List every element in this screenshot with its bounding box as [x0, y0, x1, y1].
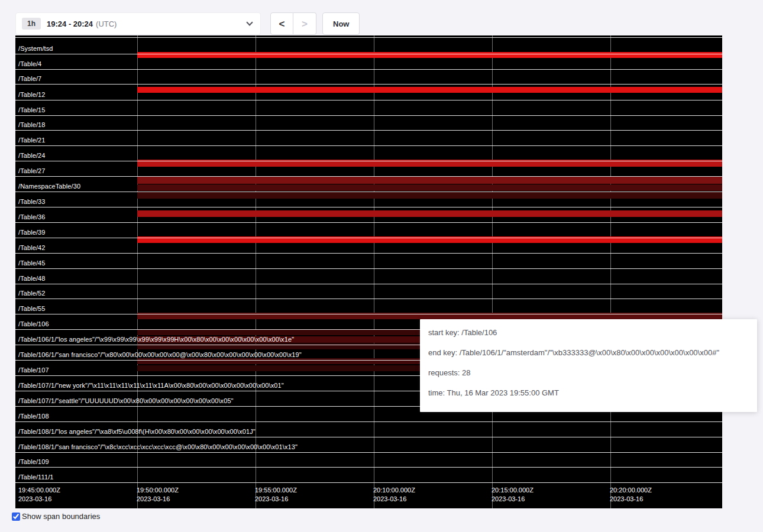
span-boundary-line — [15, 238, 722, 238]
span-label: /Table/106 — [18, 320, 49, 328]
tooltip-end-key: end key: /Table/106/1/"amsterdam"/"\xb33… — [428, 348, 749, 358]
span-label: /Table/7 — [18, 75, 41, 83]
span-boundary-line — [15, 314, 722, 314]
time-range-label: 19:24 - 20:24 — [47, 20, 93, 28]
tooltip-requests: requests: 28 — [428, 368, 749, 378]
time-gridline — [374, 35, 374, 508]
span-label: /Table/106/1/"los angeles"/"\x99\x99\x99… — [18, 336, 294, 343]
time-gridline — [256, 35, 256, 508]
key-visualizer-canvas[interactable]: /System/tsd/Table/4/Table/7/Table/12/Tab… — [15, 35, 722, 508]
span-boundary-line — [15, 222, 722, 223]
toolbar: 1h 19:24 - 20:24 (UTC) < > Now — [15, 12, 360, 35]
span-label: /Table/27 — [18, 167, 46, 175]
span-label: /Table/52 — [18, 290, 46, 297]
span-boundary-line — [15, 100, 722, 100]
span-label: /Table/108 — [18, 413, 49, 420]
chevron-down-icon — [246, 19, 253, 25]
span-boundary-line — [15, 284, 722, 284]
show-span-boundaries-label: Show span boundaries — [22, 512, 100, 521]
span-boundary-line — [15, 54, 722, 54]
span-label: /Table/107/1/"seattle"/"UUUUUUD\x00\x80\… — [18, 397, 234, 405]
time-axis-label: 20:10:00.000Z2023-03-16 — [373, 486, 415, 504]
span-label: /Table/109 — [18, 458, 49, 466]
span-label: /Table/45 — [18, 259, 46, 267]
span-boundary-line — [15, 192, 722, 192]
heatmap-band[interactable] — [137, 184, 722, 191]
span-boundary-line — [15, 482, 722, 483]
time-gridline — [492, 35, 493, 508]
span-boundary-line — [15, 437, 722, 437]
span-label: /Table/15 — [18, 106, 46, 114]
now-button[interactable]: Now — [322, 12, 360, 35]
time-axis-label: 20:20:00.000Z2023-03-16 — [610, 486, 652, 504]
span-label: /Table/107/1/"new york"/"\x11\x11\x11\x1… — [18, 382, 284, 390]
span-boundary-line — [15, 253, 722, 254]
time-gridline — [137, 35, 138, 508]
span-label: /Table/21 — [18, 137, 46, 144]
span-label: /Table/42 — [18, 244, 46, 252]
span-boundary-line — [15, 84, 722, 85]
prev-time-button[interactable]: < — [270, 12, 293, 35]
show-span-boundaries: Show span boundaries — [12, 512, 100, 521]
heatmap-band[interactable] — [137, 52, 722, 58]
span-boundary-line — [15, 115, 722, 116]
span-boundary-line — [15, 421, 722, 422]
span-boundary-line — [15, 130, 722, 131]
tooltip-start-key: start key: /Table/106 — [428, 328, 749, 338]
span-label: /Table/33 — [18, 198, 46, 206]
span-label: /Table/106/1/"san francisco"/"\x80\x00\x… — [18, 351, 302, 359]
time-nav-group: < > — [270, 12, 316, 35]
span-label: /Table/108/1/"los angeles"/"\xa8\xf5\u00… — [18, 428, 256, 436]
time-axis-label: 20:15:00.000Z2023-03-16 — [492, 486, 534, 504]
heatmap-band[interactable] — [137, 210, 722, 217]
span-label: /Table/12 — [18, 91, 46, 99]
span-boundary-line — [15, 467, 722, 468]
tooltip-time: time: Thu, 16 Mar 2023 19:55:00 GMT — [428, 388, 749, 398]
show-span-boundaries-checkbox[interactable] — [12, 512, 20, 521]
span-label: /System/tsd — [18, 45, 53, 53]
time-axis-label: 19:50:00.000Z2023-03-16 — [137, 486, 179, 504]
time-gridline — [610, 35, 611, 508]
heatmap-band[interactable] — [137, 87, 722, 93]
span-boundary-line — [15, 452, 722, 453]
span-boundary-line — [15, 299, 722, 299]
span-boundary-line — [15, 37, 722, 38]
span-label: /Table/18 — [18, 121, 46, 129]
time-axis-label: 19:45:00.000Z2023-03-16 — [18, 486, 60, 504]
span-label: /Table/4 — [18, 60, 41, 68]
span-boundary-line — [15, 176, 722, 177]
span-boundary-line — [15, 69, 722, 70]
span-label: /Table/39 — [18, 229, 46, 236]
span-label: /Table/24 — [18, 152, 46, 160]
heatmap-band[interactable] — [137, 192, 722, 199]
span-label: /Table/107 — [18, 366, 49, 374]
span-label: /NamespaceTable/30 — [18, 183, 80, 190]
span-boundary-line — [15, 161, 722, 161]
span-label: /Table/111/1 — [18, 473, 54, 481]
time-range-dropdown[interactable]: 1h 19:24 - 20:24 (UTC) — [15, 12, 261, 35]
span-label: /Table/36 — [18, 213, 46, 221]
span-label: /Table/108/1/"san francisco"/"\x8c\xcc\x… — [18, 443, 298, 451]
span-label: /Table/55 — [18, 305, 46, 313]
timezone-label: (UTC) — [96, 20, 117, 28]
span-boundary-line — [15, 145, 722, 146]
time-preset-badge: 1h — [22, 18, 41, 30]
next-time-button[interactable]: > — [293, 12, 316, 35]
time-axis-label: 19:55:00.000Z2023-03-16 — [255, 486, 297, 504]
span-label: /Table/48 — [18, 275, 46, 283]
span-boundary-line — [15, 207, 722, 207]
span-tooltip: start key: /Table/106 end key: /Table/10… — [420, 319, 757, 412]
span-boundary-line — [15, 268, 722, 269]
heatmap-band[interactable] — [137, 177, 722, 184]
